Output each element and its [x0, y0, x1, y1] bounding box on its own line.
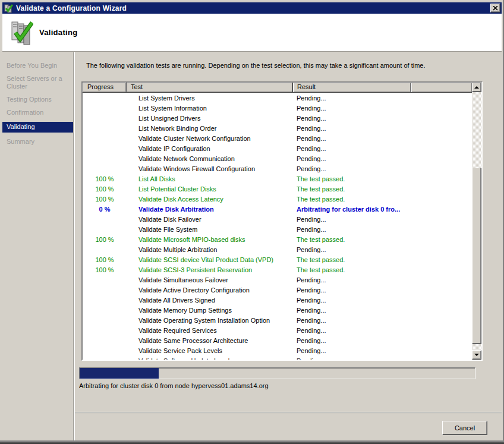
- close-button[interactable]: [490, 4, 500, 12]
- test-result: Pending...: [293, 125, 411, 132]
- cancel-button[interactable]: Cancel: [442, 421, 487, 435]
- test-row[interactable]: Validate Multiple Arbitration Pending...: [83, 244, 472, 254]
- test-name: List System Drivers: [127, 95, 293, 102]
- test-name: Validate Cluster Network Configuration: [127, 135, 293, 142]
- test-row[interactable]: Validate All Drivers Signed Pending...: [83, 295, 472, 305]
- test-row[interactable]: Validate Memory Dump Settings Pending...: [83, 305, 472, 315]
- test-name: Validate Disk Failover: [127, 216, 293, 223]
- test-result: Pending...: [293, 246, 411, 253]
- overall-progress-bar: [79, 367, 475, 379]
- content-area: The following validation tests are runni…: [75, 52, 502, 440]
- test-row[interactable]: Validate Same Processor Architecture Pen…: [83, 335, 472, 345]
- test-name: Validate Disk Arbitration: [127, 206, 293, 213]
- test-row[interactable]: Validate Active Directory Configuration …: [83, 285, 472, 295]
- test-progress: 100 %: [83, 175, 127, 182]
- wizard-header: Validating: [2, 14, 502, 52]
- test-row[interactable]: 100 % Validate Microsoft MPIO-based disk…: [83, 234, 472, 244]
- test-name: List Potential Cluster Disks: [127, 185, 293, 193]
- wizard-steps-sidebar: Before You BeginSelect Servers or a Clus…: [2, 52, 73, 440]
- status-text: Arbitrating for cluster disk 0 from node…: [79, 382, 496, 389]
- window-title: Validate a Configuration Wizard: [16, 4, 490, 12]
- test-result: The test passed.: [293, 256, 411, 263]
- test-result: Pending...: [293, 276, 411, 284]
- test-row[interactable]: List System Information Pending...: [83, 103, 472, 113]
- test-row[interactable]: Validate Service Pack Levels Pending...: [83, 345, 472, 355]
- test-result: Pending...: [293, 347, 411, 354]
- vertical-scrollbar[interactable]: [472, 83, 481, 360]
- test-row[interactable]: 0 % Validate Disk Arbitration Arbitratin…: [83, 204, 472, 214]
- test-result: Pending...: [293, 317, 411, 324]
- description-text: The following validation tests are runni…: [86, 62, 496, 69]
- test-name: Validate Disk Access Latency: [127, 196, 293, 203]
- test-result: Pending...: [293, 135, 411, 142]
- test-row[interactable]: List Network Binding Order Pending...: [83, 123, 472, 133]
- sidebar-step: Select Servers or a Cluster: [2, 75, 73, 90]
- test-name: List Unsigned Drivers: [127, 115, 293, 122]
- test-row[interactable]: Validate Network Communication Pending..…: [83, 153, 472, 163]
- test-result: Pending...: [293, 226, 411, 233]
- test-name: List All Disks: [127, 175, 293, 182]
- test-row[interactable]: Validate Required Services Pending...: [83, 325, 472, 335]
- test-result: Pending...: [293, 155, 411, 162]
- test-row[interactable]: 100 % Validate Disk Access Latency The t…: [83, 194, 472, 204]
- test-row[interactable]: 100 % List Potential Cluster Disks The t…: [83, 184, 472, 194]
- test-row[interactable]: Validate Windows Firewall Configuration …: [83, 163, 472, 174]
- column-header-progress[interactable]: Progress: [83, 83, 127, 93]
- sidebar-step: Validating: [2, 122, 73, 133]
- test-result: Pending...: [293, 115, 411, 122]
- test-name: Validate File System: [127, 226, 293, 233]
- test-name: Validate All Drivers Signed: [127, 297, 293, 304]
- test-result: The test passed.: [293, 266, 411, 273]
- tests-table: Progress Test Result List System Drivers…: [81, 81, 483, 361]
- test-result: Pending...: [293, 297, 411, 304]
- test-row[interactable]: List System Drivers Pending...: [83, 93, 472, 103]
- test-result: Pending...: [293, 216, 411, 223]
- page-title: Validating: [39, 28, 77, 37]
- test-result: Pending...: [293, 105, 411, 112]
- footer-divider: [75, 412, 502, 413]
- test-result: Pending...: [293, 337, 411, 344]
- test-name: Validate Service Pack Levels: [127, 347, 293, 354]
- test-row[interactable]: 100 % List All Disks The test passed.: [83, 174, 472, 184]
- down-arrow-icon: [474, 354, 479, 356]
- scroll-down-button[interactable]: [472, 350, 481, 360]
- wizard-window: Validate a Configuration Wizard: [0, 0, 504, 444]
- column-header-test[interactable]: Test: [127, 83, 293, 93]
- test-name: Validate Active Directory Configuration: [127, 286, 293, 294]
- test-row[interactable]: Validate Disk Failover Pending...: [83, 214, 472, 224]
- test-progress: 100 %: [83, 185, 127, 193]
- test-result: Pending...: [293, 145, 411, 152]
- test-name: Validate Required Services: [127, 327, 293, 334]
- test-progress: 100 %: [83, 236, 127, 243]
- test-result: The test passed.: [293, 185, 411, 193]
- test-row[interactable]: Validate Operating System Installation O…: [83, 315, 472, 325]
- sidebar-step: Summary: [2, 138, 73, 146]
- test-name: List Network Binding Order: [127, 125, 293, 132]
- test-result: Pending...: [293, 327, 411, 334]
- scrollbar-thumb[interactable]: [472, 168, 481, 344]
- test-name: Validate Software Update Levels: [127, 357, 293, 360]
- column-header-result[interactable]: Result: [293, 83, 411, 93]
- validating-servers-icon: [11, 20, 33, 45]
- sidebar-step: Testing Options: [2, 96, 73, 103]
- test-row[interactable]: Validate Simultaneous Failover Pending..…: [83, 275, 472, 285]
- test-result: The test passed.: [293, 236, 411, 243]
- wizard-servers-check-icon: [4, 4, 14, 13]
- test-row[interactable]: Validate File System Pending...: [83, 224, 472, 234]
- sidebar-step: Confirmation: [2, 109, 73, 116]
- test-row[interactable]: 100 % Validate SCSI-3 Persistent Reserva…: [83, 264, 472, 275]
- test-row[interactable]: Validate IP Configuration Pending...: [83, 143, 472, 153]
- test-name: Validate IP Configuration: [127, 145, 293, 152]
- test-row[interactable]: 100 % Validate SCSI device Vital Product…: [83, 254, 472, 264]
- test-name: Validate Multiple Arbitration: [127, 246, 293, 253]
- test-name: Validate Simultaneous Failover: [127, 276, 293, 284]
- scroll-up-button[interactable]: [472, 83, 481, 92]
- test-row[interactable]: Validate Cluster Network Configuration P…: [83, 133, 472, 143]
- test-result: Pending...: [293, 95, 411, 102]
- test-result: Arbitrating for cluster disk 0 fro...: [293, 206, 411, 213]
- test-name: Validate Memory Dump Settings: [127, 307, 293, 314]
- window-bottom-edge: [0, 440, 504, 444]
- up-arrow-icon: [474, 86, 479, 89]
- test-row[interactable]: Validate Software Update Levels Pending.…: [83, 355, 472, 360]
- test-row[interactable]: List Unsigned Drivers Pending...: [83, 113, 472, 123]
